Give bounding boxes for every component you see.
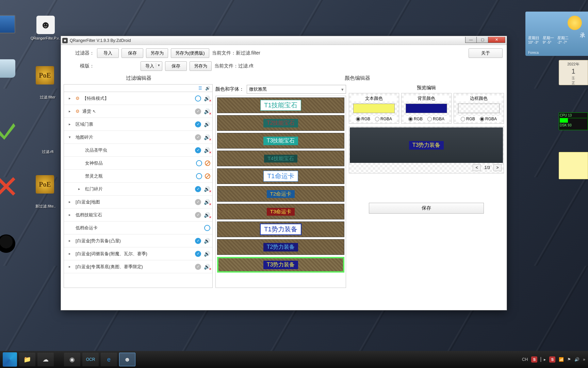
- tree-row[interactable]: 女神祭品: [64, 157, 212, 170]
- preview-row[interactable]: T4技能宝石: [217, 151, 344, 166]
- text-color-swatch[interactable]: [353, 104, 395, 113]
- import-filter-button[interactable]: 导入: [97, 48, 119, 58]
- desktop-icon-checkmark[interactable]: [0, 121, 24, 142]
- preview-row[interactable]: T2技能宝石: [217, 115, 344, 131]
- tree-row[interactable]: ▸⚙通货 ↖🔊: [64, 105, 212, 118]
- text-rgba-radio[interactable]: RGBA: [375, 117, 392, 121]
- status-on-icon[interactable]: [195, 121, 201, 127]
- desktop-icon-cross[interactable]: [0, 177, 24, 198]
- sound-mute-icon[interactable]: 🔊: [204, 186, 210, 192]
- preview-row[interactable]: T1势力装备: [217, 221, 344, 237]
- system-tray[interactable]: CH S ▏▸ S 📶 ⚑ 🔊 »: [522, 356, 585, 363]
- status-ring-icon[interactable]: [196, 160, 202, 166]
- sticky-note-gadget[interactable]: [559, 152, 588, 179]
- preview-row[interactable]: T3势力装备: [217, 257, 344, 273]
- status-ring-icon[interactable]: [204, 225, 210, 231]
- minimize-button[interactable]: —: [465, 37, 477, 43]
- desktop-icon-qq[interactable]: [0, 234, 24, 255]
- close-button[interactable]: ✕: [488, 37, 505, 43]
- tree-row[interactable]: ▸[白蓝金]专属基底(奥图、赛季限定)🔊: [64, 260, 212, 273]
- pager-prev[interactable]: <: [473, 164, 481, 171]
- tree-row[interactable]: 禁灵之瓶: [64, 170, 212, 183]
- preview-row[interactable]: T1技能宝石: [217, 97, 344, 113]
- taskbar[interactable]: 📁 ☁ ◉ OCR e ☻ CH S ▏▸ S 📶 ⚑ 🔊 »: [0, 351, 588, 368]
- sound-mute-icon[interactable]: 🔊: [204, 212, 210, 218]
- desktop-icon-monitor[interactable]: [0, 15, 24, 35]
- taskbar-chrome[interactable]: ◉: [64, 353, 80, 366]
- sound-on-icon[interactable]: 🔊: [204, 238, 210, 244]
- bg-rgba-radio[interactable]: RGBA: [427, 117, 444, 121]
- preview-row[interactable]: T3技能宝石: [217, 133, 344, 149]
- status-on-icon[interactable]: [195, 186, 201, 192]
- status-gray-icon[interactable]: [195, 108, 201, 114]
- taskbar-ie[interactable]: e: [101, 353, 117, 366]
- border-color-swatch[interactable]: [458, 104, 500, 113]
- bg-color-swatch[interactable]: [406, 104, 447, 113]
- save-template-button[interactable]: 保存: [165, 61, 187, 71]
- titlebar[interactable]: ☻ QRangerFilter V:1.9.3 By:ZdDroid — ▢ ✕: [61, 36, 507, 45]
- status-ring-icon[interactable]: [196, 173, 202, 179]
- forbid-icon[interactable]: [205, 160, 210, 166]
- bg-rgb-radio[interactable]: RGB: [408, 117, 423, 121]
- preview-row[interactable]: T2命运卡: [217, 186, 344, 202]
- saveas-portable-button[interactable]: 另存为(便携版): [171, 48, 209, 58]
- preview-row[interactable]: T3命运卡: [217, 204, 344, 219]
- status-ring-icon[interactable]: [195, 95, 201, 102]
- sound-mute-icon[interactable]: 🔊: [204, 95, 210, 102]
- color-save-button[interactable]: 保存: [369, 203, 484, 214]
- filter-tree[interactable]: ▸⚙【特殊模式】🔊▸⚙通货 ↖🔊▸区域门票🔊▾地图碎片🔊次品圣甲虫🔊女神祭品禁灵…: [64, 92, 212, 288]
- status-on-icon[interactable]: [195, 251, 201, 257]
- saveas-template-button[interactable]: 另存为: [190, 61, 212, 71]
- status-gray-icon[interactable]: [195, 134, 201, 140]
- cpu-gadget[interactable]: CPU 13 DSK 93: [559, 112, 588, 130]
- sound-on-icon[interactable]: 🔊: [204, 251, 210, 257]
- pager-next[interactable]: >: [493, 164, 502, 171]
- taskbar-qrangerfilter[interactable]: ☻: [119, 353, 135, 366]
- sound-mute-icon[interactable]: 🔊: [204, 134, 210, 140]
- desktop-label-newfilter[interactable]: 新过滤.filte..: [27, 204, 64, 209]
- taskbar-explorer[interactable]: 📁: [19, 353, 35, 366]
- border-rgba-radio[interactable]: RGBA: [480, 117, 497, 121]
- font-select[interactable]: 微软雅黑: [247, 85, 346, 94]
- tree-row[interactable]: ▾地图碎片🔊: [64, 131, 212, 144]
- taskbar-cloud[interactable]: ☁: [37, 353, 54, 366]
- saveas-filter-button[interactable]: 另存为: [146, 48, 168, 58]
- tree-row[interactable]: 低档命运卡: [64, 221, 212, 234]
- sliders-icon[interactable]: ☰: [197, 86, 203, 91]
- volume-header-icon[interactable]: 🔊: [205, 86, 210, 91]
- sound-mute-icon[interactable]: 🔊: [204, 199, 210, 205]
- forbid-icon[interactable]: [205, 173, 210, 179]
- about-button[interactable]: 关于: [469, 48, 503, 58]
- sound-on-icon[interactable]: 🔊: [204, 121, 210, 127]
- sound-mute-icon[interactable]: 🔊: [204, 147, 210, 153]
- import-template-button[interactable]: 导入: [141, 61, 162, 71]
- tree-row[interactable]: 次品圣甲虫🔊: [64, 144, 212, 157]
- desktop-icon-recycle-bin[interactable]: [0, 59, 24, 80]
- taskbar-ocr[interactable]: OCR: [82, 353, 99, 366]
- tree-row[interactable]: ▸[白蓝金]词缀装备(附魔、瓦尔、赛季)🔊: [64, 247, 212, 260]
- sound-mute-icon[interactable]: 🔊: [204, 264, 210, 270]
- calendar-gadget[interactable]: 2022年 1 壬正: [559, 60, 588, 85]
- tree-row[interactable]: ▸⚙【特殊模式】🔊: [64, 92, 212, 105]
- status-gray-icon[interactable]: [195, 212, 201, 218]
- status-gray-icon[interactable]: [195, 264, 201, 270]
- preview-list[interactable]: T1技能宝石T2技能宝石T3技能宝石T4技能宝石T1命运卡T2命运卡T3命运卡T…: [215, 96, 346, 288]
- weather-gadget[interactable]: 承 星期日10° -3°星期一9° -5°星期二-2° -7° Foreca: [525, 12, 588, 56]
- tree-row[interactable]: ▸[白蓝金]势力装备(凸显)🔊: [64, 234, 212, 247]
- tree-row[interactable]: ▸[白蓝金]地图🔊: [64, 196, 212, 209]
- start-button[interactable]: [3, 352, 17, 367]
- tree-row[interactable]: ▸红门碎片🔊: [64, 183, 212, 196]
- desktop-icon-poe-2[interactable]: PoE: [27, 175, 63, 196]
- status-on-icon[interactable]: [195, 238, 201, 244]
- status-on-icon[interactable]: [195, 147, 201, 153]
- preview-row[interactable]: T2势力装备: [217, 239, 344, 255]
- desktop-icon-qrangerfilter[interactable]: ☻QRangerFilte.P.v..: [27, 16, 64, 40]
- maximize-button[interactable]: ▢: [477, 37, 488, 43]
- border-rgb-radio[interactable]: RGB: [461, 117, 475, 121]
- sound-mute-icon[interactable]: 🔊: [204, 108, 210, 114]
- preview-row[interactable]: T1命运卡: [217, 168, 344, 184]
- save-filter-button[interactable]: 保存: [121, 48, 143, 58]
- desktop-icon-poe-1[interactable]: PoE: [27, 66, 63, 87]
- status-gray-icon[interactable]: [195, 199, 201, 205]
- tree-row[interactable]: ▸低档技能宝石🔊: [64, 209, 212, 221]
